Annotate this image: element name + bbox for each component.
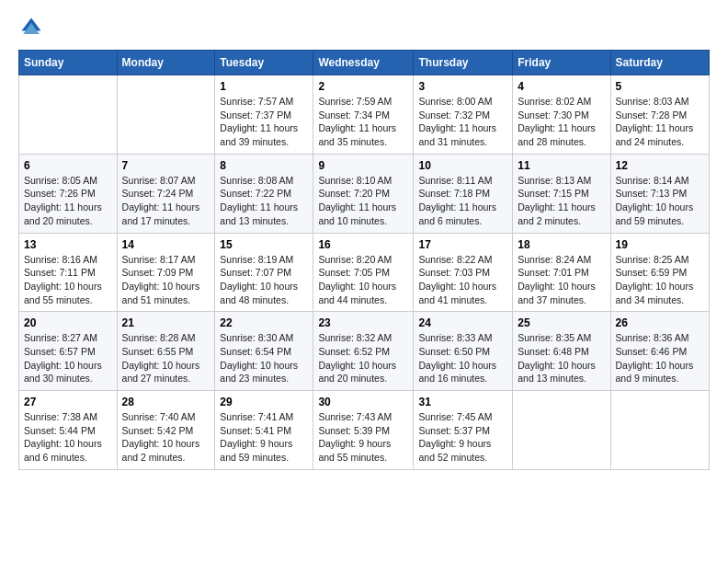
calendar-cell: 29Sunrise: 7:41 AM Sunset: 5:41 PM Dayli… <box>215 391 313 470</box>
calendar-cell: 31Sunrise: 7:45 AM Sunset: 5:37 PM Dayli… <box>414 391 513 470</box>
day-info: Sunrise: 8:36 AM Sunset: 6:46 PM Dayligh… <box>616 332 694 384</box>
calendar-cell: 12Sunrise: 8:14 AM Sunset: 7:13 PM Dayli… <box>610 154 710 233</box>
calendar-cell: 7Sunrise: 8:07 AM Sunset: 7:24 PM Daylig… <box>117 154 215 233</box>
day-number: 22 <box>220 316 308 329</box>
day-info: Sunrise: 7:57 AM Sunset: 7:37 PM Dayligh… <box>220 96 298 147</box>
day-info: Sunrise: 8:30 AM Sunset: 6:54 PM Dayligh… <box>220 332 298 384</box>
day-number: 3 <box>418 80 507 93</box>
calendar-cell: 16Sunrise: 8:20 AM Sunset: 7:05 PM Dayli… <box>313 233 414 312</box>
calendar-cell <box>117 75 215 155</box>
calendar-cell: 2Sunrise: 7:59 AM Sunset: 7:34 PM Daylig… <box>313 75 414 155</box>
calendar-cell <box>610 391 710 470</box>
calendar-cell: 18Sunrise: 8:24 AM Sunset: 7:01 PM Dayli… <box>513 233 610 312</box>
weekday-header: Tuesday <box>215 51 313 75</box>
calendar-cell: 20Sunrise: 8:27 AM Sunset: 6:57 PM Dayli… <box>19 312 118 391</box>
day-info: Sunrise: 7:59 AM Sunset: 7:34 PM Dayligh… <box>318 96 396 147</box>
calendar-cell: 5Sunrise: 8:03 AM Sunset: 7:28 PM Daylig… <box>610 75 710 155</box>
day-number: 23 <box>318 316 408 329</box>
day-number: 7 <box>122 159 210 172</box>
day-number: 10 <box>418 159 507 172</box>
calendar-cell: 1Sunrise: 7:57 AM Sunset: 7:37 PM Daylig… <box>215 75 313 155</box>
calendar-cell: 25Sunrise: 8:35 AM Sunset: 6:48 PM Dayli… <box>513 312 610 391</box>
calendar-cell: 15Sunrise: 8:19 AM Sunset: 7:07 PM Dayli… <box>215 233 313 312</box>
day-number: 29 <box>220 396 308 408</box>
day-number: 14 <box>122 238 210 251</box>
day-info: Sunrise: 8:35 AM Sunset: 6:48 PM Dayligh… <box>518 332 596 384</box>
day-info: Sunrise: 8:08 AM Sunset: 7:22 PM Dayligh… <box>220 175 298 226</box>
day-info: Sunrise: 8:27 AM Sunset: 6:57 PM Dayligh… <box>24 332 102 384</box>
calendar-cell <box>513 391 610 470</box>
day-info: Sunrise: 7:38 AM Sunset: 5:44 PM Dayligh… <box>24 411 102 463</box>
page: SundayMondayTuesdayWednesdayThursdayFrid… <box>0 0 728 485</box>
day-info: Sunrise: 8:11 AM Sunset: 7:18 PM Dayligh… <box>418 175 496 226</box>
day-number: 11 <box>518 159 605 172</box>
calendar-cell: 22Sunrise: 8:30 AM Sunset: 6:54 PM Dayli… <box>215 312 313 391</box>
calendar-week-row: 13Sunrise: 8:16 AM Sunset: 7:11 PM Dayli… <box>19 233 710 312</box>
day-info: Sunrise: 8:20 AM Sunset: 7:05 PM Dayligh… <box>318 254 396 305</box>
day-info: Sunrise: 8:16 AM Sunset: 7:11 PM Dayligh… <box>24 254 102 305</box>
weekday-header: Saturday <box>610 51 710 75</box>
day-number: 24 <box>418 316 507 329</box>
calendar-cell <box>19 75 118 155</box>
calendar-cell: 11Sunrise: 8:13 AM Sunset: 7:15 PM Dayli… <box>513 154 610 233</box>
calendar-cell: 9Sunrise: 8:10 AM Sunset: 7:20 PM Daylig… <box>313 154 414 233</box>
calendar-cell: 13Sunrise: 8:16 AM Sunset: 7:11 PM Dayli… <box>19 233 118 312</box>
weekday-header: Thursday <box>414 51 513 75</box>
day-number: 18 <box>518 238 605 251</box>
day-info: Sunrise: 8:00 AM Sunset: 7:32 PM Dayligh… <box>418 96 496 147</box>
calendar-week-row: 1Sunrise: 7:57 AM Sunset: 7:37 PM Daylig… <box>19 75 710 155</box>
calendar-cell: 24Sunrise: 8:33 AM Sunset: 6:50 PM Dayli… <box>414 312 513 391</box>
day-info: Sunrise: 8:03 AM Sunset: 7:28 PM Dayligh… <box>616 96 694 147</box>
day-number: 30 <box>318 396 408 408</box>
calendar-cell: 14Sunrise: 8:17 AM Sunset: 7:09 PM Dayli… <box>117 233 215 312</box>
calendar-cell: 17Sunrise: 8:22 AM Sunset: 7:03 PM Dayli… <box>414 233 513 312</box>
day-info: Sunrise: 7:43 AM Sunset: 5:39 PM Dayligh… <box>318 411 392 463</box>
calendar-cell: 10Sunrise: 8:11 AM Sunset: 7:18 PM Dayli… <box>414 154 513 233</box>
calendar-cell: 4Sunrise: 8:02 AM Sunset: 7:30 PM Daylig… <box>513 75 610 155</box>
day-number: 15 <box>220 238 308 251</box>
day-number: 2 <box>318 80 408 93</box>
day-number: 16 <box>318 238 408 251</box>
day-number: 1 <box>220 80 308 93</box>
calendar-cell: 6Sunrise: 8:05 AM Sunset: 7:26 PM Daylig… <box>19 154 118 233</box>
weekday-header: Sunday <box>19 51 118 75</box>
calendar-table: SundayMondayTuesdayWednesdayThursdayFrid… <box>18 50 710 470</box>
day-info: Sunrise: 8:14 AM Sunset: 7:13 PM Dayligh… <box>616 175 694 226</box>
day-info: Sunrise: 8:19 AM Sunset: 7:07 PM Dayligh… <box>220 254 298 305</box>
calendar-week-row: 27Sunrise: 7:38 AM Sunset: 5:44 PM Dayli… <box>19 391 710 470</box>
day-info: Sunrise: 8:07 AM Sunset: 7:24 PM Dayligh… <box>122 175 200 226</box>
day-number: 20 <box>24 316 112 329</box>
day-number: 31 <box>418 396 507 408</box>
calendar-cell: 26Sunrise: 8:36 AM Sunset: 6:46 PM Dayli… <box>610 312 710 391</box>
calendar-cell: 28Sunrise: 7:40 AM Sunset: 5:42 PM Dayli… <box>117 391 215 470</box>
day-info: Sunrise: 8:33 AM Sunset: 6:50 PM Dayligh… <box>418 332 496 384</box>
day-number: 19 <box>616 238 705 251</box>
day-info: Sunrise: 8:25 AM Sunset: 6:59 PM Dayligh… <box>616 254 694 305</box>
weekday-header: Wednesday <box>313 51 414 75</box>
day-info: Sunrise: 8:02 AM Sunset: 7:30 PM Dayligh… <box>518 96 596 147</box>
calendar-week-row: 20Sunrise: 8:27 AM Sunset: 6:57 PM Dayli… <box>19 312 710 391</box>
logo <box>18 15 48 40</box>
day-info: Sunrise: 8:32 AM Sunset: 6:52 PM Dayligh… <box>318 332 396 384</box>
calendar-cell: 27Sunrise: 7:38 AM Sunset: 5:44 PM Dayli… <box>19 391 118 470</box>
day-number: 13 <box>24 238 112 251</box>
day-number: 26 <box>616 316 705 329</box>
calendar-cell: 23Sunrise: 8:32 AM Sunset: 6:52 PM Dayli… <box>313 312 414 391</box>
day-info: Sunrise: 7:45 AM Sunset: 5:37 PM Dayligh… <box>418 411 492 463</box>
calendar-cell: 19Sunrise: 8:25 AM Sunset: 6:59 PM Dayli… <box>610 233 710 312</box>
day-number: 25 <box>518 316 605 329</box>
day-info: Sunrise: 8:28 AM Sunset: 6:55 PM Dayligh… <box>122 332 200 384</box>
calendar-cell: 3Sunrise: 8:00 AM Sunset: 7:32 PM Daylig… <box>414 75 513 155</box>
day-number: 8 <box>220 159 308 172</box>
weekday-header: Friday <box>513 51 610 75</box>
day-info: Sunrise: 8:13 AM Sunset: 7:15 PM Dayligh… <box>518 175 596 226</box>
day-info: Sunrise: 8:10 AM Sunset: 7:20 PM Dayligh… <box>318 175 396 226</box>
day-number: 6 <box>24 159 112 172</box>
day-number: 9 <box>318 159 408 172</box>
day-info: Sunrise: 8:24 AM Sunset: 7:01 PM Dayligh… <box>518 254 596 305</box>
weekday-header: Monday <box>117 51 215 75</box>
day-info: Sunrise: 7:40 AM Sunset: 5:42 PM Dayligh… <box>122 411 200 463</box>
day-number: 5 <box>616 80 705 93</box>
calendar-week-row: 6Sunrise: 8:05 AM Sunset: 7:26 PM Daylig… <box>19 154 710 233</box>
day-info: Sunrise: 7:41 AM Sunset: 5:41 PM Dayligh… <box>220 411 293 463</box>
